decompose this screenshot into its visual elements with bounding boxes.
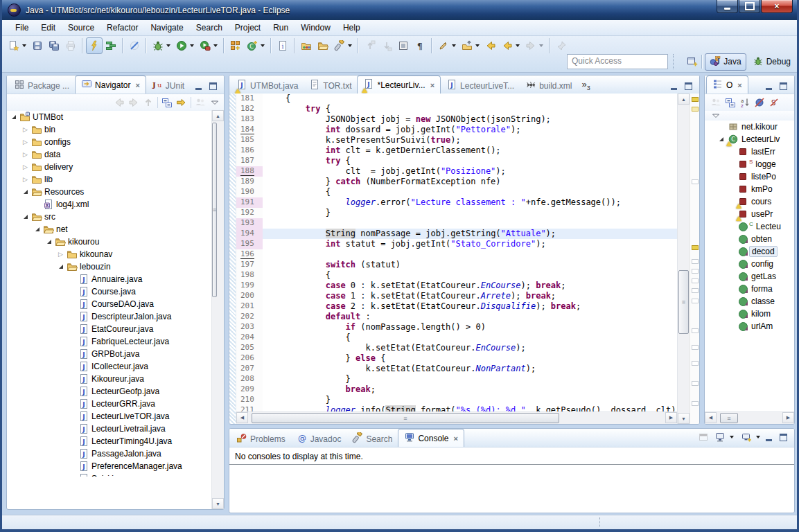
tree-item-kikourou[interactable]: kikourou	[7, 236, 224, 248]
pin-editor-icon[interactable]	[553, 37, 570, 54]
perspective-java[interactable]: JJava	[705, 53, 746, 71]
forward-icon[interactable]	[127, 96, 141, 109]
tree-item-descripteurjalon-java[interactable]: JDescripteurJalon.java	[7, 310, 224, 323]
tree-item-lecteurgeofp-java[interactable]: JLecteurGeofp.java	[7, 385, 224, 398]
outline-item-lasterr[interactable]: lastErr	[705, 145, 794, 158]
outline-item-urlam[interactable]: urlAm	[705, 320, 794, 332]
window-close-button[interactable]: ×	[761, 0, 793, 13]
annotation-marker[interactable]	[692, 299, 699, 303]
menu-project[interactable]: Project	[229, 21, 267, 35]
tree-item-kikoureur-java[interactable]: JKikoureur.java	[7, 373, 224, 385]
minimize-icon[interactable]	[195, 81, 207, 91]
window-minimize-button[interactable]	[717, 0, 738, 13]
annotation-marker[interactable]	[692, 381, 699, 386]
console-tab-console[interactable]: Console×	[398, 429, 464, 447]
forward-icon[interactable]	[523, 37, 539, 54]
code-line-210[interactable]: 210 }	[236, 395, 677, 405]
close-icon[interactable]: ×	[737, 81, 741, 89]
code-line-186[interactable]: 186 int clt = k.getDernierClassement();	[236, 145, 677, 156]
menu-search[interactable]: Search	[190, 21, 229, 35]
editor-tab-build-xml[interactable]: build.xml	[520, 78, 577, 94]
show-whitespace-icon[interactable]: ¶	[412, 37, 428, 54]
outline-item-cours[interactable]: cours	[705, 195, 794, 208]
search-dropdown-icon[interactable]	[348, 44, 352, 47]
close-icon[interactable]: ×	[453, 434, 457, 443]
expander-closed-icon[interactable]: ▷	[57, 251, 64, 258]
close-icon[interactable]: ×	[135, 81, 139, 89]
annotation-marker[interactable]	[692, 278, 699, 283]
external-tools-dropdown-icon[interactable]	[213, 44, 218, 47]
save-icon[interactable]	[29, 37, 46, 54]
tree-item-icollecteur-java[interactable]: JICollecteur.java	[7, 360, 224, 373]
scroll-left-icon[interactable]: ◀	[236, 412, 248, 423]
annotation-marker[interactable]	[692, 361, 699, 366]
collapse-all-icon[interactable]	[160, 96, 174, 109]
expander-open-icon[interactable]	[57, 265, 64, 269]
tree-item-kikounav[interactable]: ▷kikounav	[7, 248, 224, 260]
annotation-marker[interactable]	[692, 328, 699, 333]
lightning-icon[interactable]	[86, 37, 103, 54]
outline-item-classe[interactable]: classe	[705, 295, 794, 308]
expander-open-icon[interactable]	[717, 137, 725, 141]
code-area[interactable]: 181 {182 try {183 JSONObject jobj = new …	[236, 94, 677, 411]
code-line-191[interactable]: 191 logger.error("Lecture classement : "…	[236, 197, 677, 208]
code-line-193[interactable]: 193	[236, 218, 677, 229]
outline-item-kmpo[interactable]: kmPo	[705, 183, 794, 195]
menu-source[interactable]: Source	[62, 21, 100, 35]
open-resource-icon[interactable]	[315, 37, 331, 54]
outline-item-obten[interactable]: obten	[705, 233, 794, 245]
editor-tab--lecteurliv-[interactable]: J*LecteurLiv...×	[357, 76, 441, 94]
outline-item-config[interactable]: config	[705, 258, 794, 270]
console-tab-javadoc[interactable]: @Javadoc	[291, 431, 347, 447]
tree-item-data[interactable]: ▷data	[7, 148, 224, 161]
tree-item-src[interactable]: src	[7, 211, 224, 223]
outline-item-lecteu[interactable]: CLecteu	[705, 220, 794, 233]
expander-closed-icon[interactable]: ▷	[21, 127, 29, 133]
debug-icon[interactable]	[150, 37, 166, 54]
outline-hscrollbar[interactable]: ◀ ≡ ▶	[705, 411, 794, 424]
pin-console-icon[interactable]	[696, 430, 710, 444]
editor-hscrollbar[interactable]: ◀ ≡ ▶	[236, 411, 677, 424]
code-line-205[interactable]: 205 k.setEtat(EtatCoureur.EnCourse);	[236, 343, 677, 353]
window-maximize-button[interactable]	[739, 0, 760, 13]
open-perspective-icon[interactable]	[685, 55, 699, 69]
close-icon[interactable]: ×	[430, 81, 434, 89]
expander-open-icon[interactable]	[45, 240, 53, 244]
annotation-marker[interactable]	[692, 401, 699, 406]
code-line-208[interactable]: 208 }	[236, 374, 677, 384]
outline-item-forma[interactable]: forma	[705, 283, 794, 295]
menu-window[interactable]: Window	[295, 21, 337, 35]
code-line-209[interactable]: 209 break;	[236, 384, 677, 395]
outline-item-kilom[interactable]: kilom	[705, 308, 794, 320]
annotation-ruler[interactable]	[229, 94, 236, 424]
code-line-182[interactable]: 182 try {	[236, 104, 677, 114]
expander-open-icon[interactable]	[10, 115, 17, 119]
outline-tab-o[interactable]: O×	[706, 76, 748, 94]
editor-vscrollbar[interactable]: ▲ ≡ ▼	[677, 94, 690, 424]
scroll-down-icon[interactable]: ▼	[678, 413, 690, 424]
scroll-right-icon[interactable]: ▶	[782, 412, 794, 423]
last-edit-dropdown-icon[interactable]	[452, 44, 456, 47]
outline-item-net-kikour[interactable]: net.kikour	[705, 121, 794, 133]
sort-icon[interactable]: az	[738, 96, 752, 109]
tree-item-delivery[interactable]: ▷delivery	[7, 161, 224, 173]
code-line-201[interactable]: 201 case 2 : k.setEtat(EtatCoureur.Disqu…	[236, 301, 677, 312]
hide-static-icon[interactable]: S	[767, 96, 781, 109]
console-tab-search[interactable]: Search	[346, 431, 398, 447]
minimize-icon[interactable]	[671, 81, 682, 91]
go-into-dropdown-icon[interactable]	[475, 44, 480, 47]
code-line-206[interactable]: 206 } else {	[236, 353, 677, 364]
maximize-icon[interactable]	[780, 81, 791, 91]
scroll-up-icon[interactable]: ▲	[678, 94, 690, 105]
code-line-189[interactable]: 189 } catch (NumberFormatException nfe)	[236, 177, 677, 187]
view-tab-junit[interactable]: JuJUnit	[146, 78, 190, 94]
code-line-192[interactable]: 192 }	[236, 208, 677, 218]
menu-run[interactable]: Run	[267, 21, 295, 35]
annotation-marker[interactable]	[692, 288, 699, 293]
outline-item-decod[interactable]: decod	[705, 245, 794, 258]
tree-item-net[interactable]: net	[7, 223, 224, 236]
editor-tab-tor-txt[interactable]: TOR.txt	[304, 78, 357, 94]
tree-item-configs[interactable]: ▷configs	[7, 136, 224, 148]
outline-item-logge[interactable]: Slogge	[705, 158, 794, 170]
minimize-icon[interactable]	[766, 432, 777, 442]
